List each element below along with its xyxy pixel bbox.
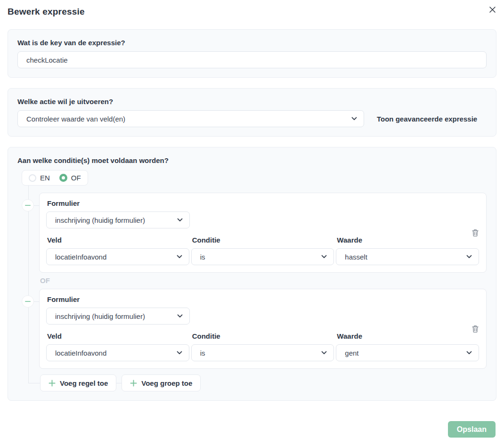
action-question-label: Welke actie wil je uitvoeren? xyxy=(17,98,487,106)
key-panel: Wat is de key van de expressie? xyxy=(8,29,496,78)
page-title: Bewerk expressie xyxy=(8,7,496,17)
condition-column: Conditie is xyxy=(191,236,334,265)
delete-condition-button[interactable] xyxy=(471,325,479,333)
remove-condition-button[interactable] xyxy=(22,295,34,308)
minus-circle-icon xyxy=(25,205,31,206)
condition-label: Conditie xyxy=(192,332,334,340)
operator-radio-group: EN OF xyxy=(22,170,88,186)
conditions-panel: Aan welke conditie(s) moet voldaan worde… xyxy=(8,147,496,401)
add-buttons-row: Voeg regel toe Voeg groep toe xyxy=(40,374,487,391)
value-label: Waarde xyxy=(337,332,479,340)
button-connector-line xyxy=(116,383,122,383)
condition-select[interactable]: is xyxy=(191,344,334,361)
value-select[interactable]: hasselt xyxy=(336,248,479,265)
chevron-down-icon xyxy=(177,255,182,259)
save-button[interactable]: Opslaan xyxy=(448,421,496,438)
form-select[interactable]: inschrijving (huidig formulier) xyxy=(46,211,190,228)
radio-of[interactable] xyxy=(59,174,67,182)
field-select-value: locatieInfoavond xyxy=(55,349,106,357)
action-select[interactable]: Controleer waarde van veld(en) xyxy=(17,110,364,127)
plus-icon xyxy=(130,380,137,387)
conditions-tree: Formulier inschrijving (huidig formulier… xyxy=(17,193,487,391)
value-column: Waarde gent xyxy=(336,332,479,361)
dialog-header: Bewerk expressie xyxy=(0,0,504,29)
action-select-value: Controleer waarde van veld(en) xyxy=(26,115,125,123)
add-rule-button[interactable]: Voeg regel toe xyxy=(40,374,116,391)
trash-icon xyxy=(471,325,479,333)
condition-select-value: is xyxy=(200,349,205,357)
field-label: Veld xyxy=(47,236,189,244)
form-label: Formulier xyxy=(47,199,479,207)
condition-columns: Veld locatieInfoavond Conditie is xyxy=(46,332,479,361)
tree-rail-line xyxy=(28,186,29,383)
condition-row-2: Formulier inschrijving (huidig formulier… xyxy=(39,289,487,369)
form-select-value: inschrijving (huidig formulier) xyxy=(55,216,145,224)
key-question-label: Wat is de key van de expressie? xyxy=(17,39,487,47)
chevron-down-icon xyxy=(351,117,357,121)
tree-rail-foot-line xyxy=(28,383,40,383)
field-column: Veld locatieInfoavond xyxy=(46,332,189,361)
remove-condition-button[interactable] xyxy=(22,199,34,211)
action-panel: Welke actie wil je uitvoeren? Controleer… xyxy=(8,88,496,137)
value-select-value: hasselt xyxy=(345,253,367,261)
condition-columns: Veld locatieInfoavond Conditie is xyxy=(46,236,479,265)
chevron-down-icon xyxy=(177,218,183,222)
chevron-down-icon xyxy=(466,351,472,355)
form-label: Formulier xyxy=(47,295,479,303)
field-column: Veld locatieInfoavond xyxy=(46,236,189,265)
field-select-value: locatieInfoavond xyxy=(55,253,106,261)
form-select-value: inschrijving (huidig formulier) xyxy=(55,312,145,320)
dialog-footer: Opslaan xyxy=(8,421,496,438)
field-select[interactable]: locatieInfoavond xyxy=(46,248,189,265)
value-column: Waarde hasselt xyxy=(336,236,479,265)
condition-card: Formulier inschrijving (huidig formulier… xyxy=(39,289,487,369)
add-group-button[interactable]: Voeg groep toe xyxy=(122,374,201,391)
chevron-down-icon xyxy=(321,351,327,355)
chevron-down-icon xyxy=(177,351,182,355)
chevron-down-icon xyxy=(321,255,327,259)
add-group-label: Voeg groep toe xyxy=(141,379,192,387)
plus-icon xyxy=(49,380,56,387)
condition-select-value: is xyxy=(200,253,205,261)
condition-select[interactable]: is xyxy=(191,248,334,265)
expression-key-input[interactable] xyxy=(17,51,487,68)
advanced-expression-link[interactable]: Toon geavanceerde expressie xyxy=(377,115,477,123)
value-select-value: gent xyxy=(345,349,358,357)
condition-column: Conditie is xyxy=(191,332,334,361)
value-label: Waarde xyxy=(337,236,479,244)
field-select[interactable]: locatieInfoavond xyxy=(46,344,189,361)
action-row: Controleer waarde van veld(en) Toon geav… xyxy=(17,110,487,127)
close-button[interactable] xyxy=(487,4,497,15)
add-rule-label: Voeg regel toe xyxy=(60,379,108,387)
conditions-question-label: Aan welke conditie(s) moet voldaan worde… xyxy=(17,156,487,164)
trash-icon xyxy=(471,229,479,237)
condition-row-1: Formulier inschrijving (huidig formulier… xyxy=(39,193,487,273)
radio-en-label[interactable]: EN xyxy=(40,174,50,182)
operator-separator: OF xyxy=(40,273,487,289)
radio-of-label[interactable]: OF xyxy=(71,174,81,182)
value-select[interactable]: gent xyxy=(336,344,479,361)
form-select[interactable]: inschrijving (huidig formulier) xyxy=(46,308,190,325)
condition-card: Formulier inschrijving (huidig formulier… xyxy=(39,193,487,273)
close-icon xyxy=(489,6,496,13)
radio-en[interactable] xyxy=(29,174,36,182)
field-label: Veld xyxy=(47,332,189,340)
delete-condition-button[interactable] xyxy=(471,229,479,237)
chevron-down-icon xyxy=(466,255,472,259)
chevron-down-icon xyxy=(177,314,183,318)
condition-label: Conditie xyxy=(192,236,334,244)
minus-circle-icon xyxy=(25,301,31,302)
